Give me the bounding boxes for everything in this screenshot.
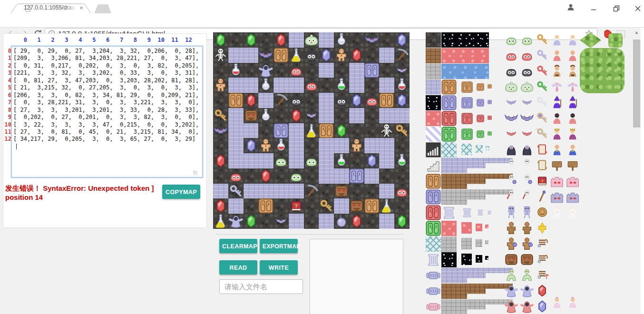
tile-gray-stone[interactable] bbox=[476, 239, 482, 247]
tile-starfield[interactable] bbox=[441, 32, 489, 48]
tile-starfield[interactable] bbox=[485, 256, 488, 260]
map-cell-brick-floor[interactable] bbox=[258, 153, 273, 168]
tile-pillar[interactable] bbox=[426, 252, 441, 267]
map-cell-purple-door[interactable] bbox=[273, 123, 289, 138]
map-cell-purple-door[interactable] bbox=[364, 63, 380, 78]
map-cell-brick-floor[interactable] bbox=[349, 78, 364, 93]
tile-robot-skeleton[interactable] bbox=[520, 205, 534, 220]
map-cell-dark-stone[interactable] bbox=[334, 108, 349, 123]
tile-robot-skeleton[interactable] bbox=[504, 205, 518, 220]
tile-tree-block[interactable] bbox=[608, 33, 623, 48]
map-cell-stone-face[interactable] bbox=[349, 198, 364, 214]
tile-demon-monk[interactable] bbox=[566, 111, 579, 126]
map-cell-brick-floor[interactable] bbox=[228, 198, 244, 214]
tile-lattice[interactable] bbox=[426, 236, 441, 252]
tile-red-door[interactable] bbox=[441, 111, 457, 126]
map-cell-dark-stone[interactable] bbox=[213, 138, 228, 153]
tile-red-terrain[interactable] bbox=[441, 221, 457, 236]
map-cell-dark-stone[interactable] bbox=[364, 78, 380, 93]
tile-fairy[interactable] bbox=[550, 79, 564, 94]
tile-red-terrain[interactable] bbox=[441, 48, 489, 63]
tile-small-bat[interactable] bbox=[504, 95, 518, 110]
map-cell-brick-floor[interactable] bbox=[228, 123, 244, 138]
tile-dark-slime[interactable] bbox=[504, 64, 518, 78]
page-scrollbar[interactable]: ▲ bbox=[633, 28, 641, 314]
map-cell-brick-floor[interactable] bbox=[273, 184, 289, 199]
tile-silver-key[interactable] bbox=[536, 48, 549, 62]
tile-fairy[interactable] bbox=[566, 79, 579, 94]
tile-king[interactable] bbox=[550, 127, 564, 141]
tile-mummy-shield[interactable] bbox=[504, 236, 518, 251]
tile-gray-stone[interactable] bbox=[461, 238, 472, 249]
map-cell-dark-stone[interactable] bbox=[258, 123, 273, 138]
map-cell-wooden-door[interactable] bbox=[379, 93, 394, 108]
tile-blue-gem[interactable] bbox=[536, 299, 549, 314]
map-cell-gold-key[interactable] bbox=[394, 123, 410, 138]
map-cell-dark-stone[interactable] bbox=[258, 32, 273, 48]
tile-wooden-door[interactable] bbox=[488, 84, 492, 89]
tile-starfield[interactable] bbox=[476, 255, 482, 263]
map-cell-big-bat[interactable] bbox=[364, 32, 380, 48]
map-cell-dark-stone[interactable] bbox=[273, 63, 289, 78]
tile-wing-ladder-flag[interactable] bbox=[536, 268, 549, 282]
write-button[interactable]: WRITE bbox=[260, 260, 298, 275]
tile-white-key[interactable] bbox=[536, 95, 549, 109]
tile-ghost[interactable] bbox=[520, 284, 534, 298]
tile-tan-scroll[interactable] bbox=[536, 158, 549, 172]
map-cell-dark-stone[interactable] bbox=[319, 78, 334, 93]
map-cell-red-slime[interactable] bbox=[394, 184, 410, 199]
map-cell-brick-floor[interactable] bbox=[244, 184, 259, 199]
map-cell-dark-stone[interactable] bbox=[349, 184, 364, 199]
tab-close-icon[interactable]: × bbox=[78, 5, 85, 11]
tile-monk[interactable] bbox=[550, 48, 564, 63]
map-cell-ghost[interactable] bbox=[228, 214, 244, 229]
tile-starfield[interactable] bbox=[441, 252, 457, 267]
tile-big-bat[interactable] bbox=[504, 111, 518, 126]
map-cell-dark-slime[interactable] bbox=[304, 48, 319, 63]
map-cell-dark-stone[interactable] bbox=[364, 108, 380, 123]
map-cell-brick-floor[interactable] bbox=[334, 138, 349, 153]
tile-prince[interactable] bbox=[566, 142, 579, 157]
map-cell-brick-floor[interactable] bbox=[319, 32, 334, 48]
tile-big-bat[interactable] bbox=[520, 111, 534, 126]
tile-lattice[interactable] bbox=[476, 145, 483, 153]
map-cell-dark-stone[interactable] bbox=[304, 168, 319, 184]
tile-wall-steps-brown[interactable] bbox=[441, 284, 513, 299]
map-cell-red-slime[interactable] bbox=[364, 93, 380, 108]
map-cell-wooden-door[interactable] bbox=[228, 93, 244, 108]
tile-wall-steps-gray[interactable] bbox=[441, 299, 513, 314]
map-cell-brick-floor[interactable] bbox=[258, 93, 273, 108]
map-cell-purple-door[interactable] bbox=[349, 168, 364, 184]
map-cell-pickaxe[interactable] bbox=[273, 93, 289, 108]
tile-red-terrain[interactable] bbox=[461, 222, 472, 234]
map-cell-dark-stone[interactable] bbox=[244, 168, 259, 184]
tile-purple-door[interactable] bbox=[426, 189, 441, 205]
map-cell-brick-floor[interactable] bbox=[379, 214, 394, 229]
tile-red-terrain[interactable] bbox=[485, 225, 488, 228]
map-cell-dark-stone[interactable] bbox=[394, 168, 410, 184]
map-cell-silver-potion[interactable] bbox=[258, 78, 273, 93]
matrix-textarea[interactable] bbox=[11, 46, 203, 178]
map-cell-dark-stone[interactable] bbox=[364, 214, 380, 229]
minimize-icon[interactable] bbox=[590, 5, 597, 12]
map-cell-red-gem[interactable] bbox=[349, 48, 364, 63]
map-cell-yellow-flask[interactable] bbox=[289, 48, 304, 63]
map-cell-dark-stone[interactable] bbox=[394, 198, 410, 214]
tile-lattice[interactable] bbox=[486, 146, 489, 150]
tile-red-ghost[interactable] bbox=[520, 299, 534, 314]
restore-icon[interactable] bbox=[613, 5, 620, 12]
map-cell-stone-face[interactable] bbox=[244, 108, 259, 123]
tile-dark-slime[interactable] bbox=[520, 64, 534, 78]
avatar-icon[interactable] bbox=[566, 3, 575, 11]
tile-wooden-door[interactable] bbox=[477, 83, 484, 91]
tile-wall-steps-lav[interactable] bbox=[441, 158, 513, 173]
tile-red-door[interactable] bbox=[477, 114, 484, 123]
map-cell-wooden-door[interactable] bbox=[258, 198, 273, 214]
map-cell-brick-floor[interactable] bbox=[319, 168, 334, 184]
map-cell-blue-gem[interactable] bbox=[244, 138, 259, 153]
map-cell-dark-stone[interactable] bbox=[244, 198, 259, 214]
tile-old-man[interactable] bbox=[550, 32, 564, 47]
map-cell-dark-stone[interactable] bbox=[304, 214, 319, 229]
map-cell-brick-floor[interactable] bbox=[228, 138, 244, 153]
tile-demon-monk[interactable] bbox=[550, 111, 564, 126]
